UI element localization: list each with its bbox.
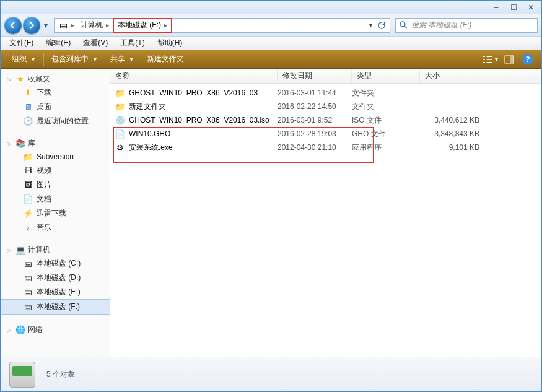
nav-libraries[interactable]: ▷ 📚 库 <box>1 137 110 150</box>
column-name[interactable]: 名称 <box>110 69 278 83</box>
help-icon: ? <box>522 54 533 65</box>
nav-videos[interactable]: 🎞视频 <box>1 163 110 178</box>
computer-icon: 💻 <box>15 245 25 255</box>
preview-pane-button[interactable] <box>500 52 518 67</box>
breadcrumb-root[interactable]: 🖴 ▸ <box>56 19 77 32</box>
include-library-button[interactable]: 包含到库中▼ <box>45 50 104 69</box>
svg-point-0 <box>400 22 405 27</box>
file-list: 📁GHOST_WIN10_PRO_X86_V2016_03 2016-03-01… <box>110 84 541 357</box>
network-icon: 🌐 <box>15 325 25 335</box>
breadcrumb-label: 本地磁盘 (F:) <box>118 20 161 30</box>
menu-file[interactable]: 文件(F) <box>4 37 38 50</box>
menu-tools[interactable]: 工具(T) <box>115 37 149 50</box>
drive-icon: 🖴 <box>58 20 68 30</box>
refresh-button[interactable] <box>377 21 386 30</box>
list-view-icon <box>482 55 492 64</box>
address-dropdown[interactable]: ▼ <box>368 22 374 28</box>
column-date[interactable]: 修改日期 <box>278 69 352 83</box>
music-icon: ♪ <box>23 223 33 233</box>
nav-drive-d[interactable]: 🖴本地磁盘 (D:) <box>1 271 110 285</box>
minimize-button[interactable]: – <box>488 2 504 12</box>
exe-icon: ⚙ <box>115 142 125 152</box>
annotation-breadcrumb: 本地磁盘 (F:) ▸ <box>113 18 172 33</box>
nav-music[interactable]: ♪音乐 <box>1 220 110 235</box>
close-button[interactable]: ✕ <box>523 2 539 12</box>
new-folder-button[interactable]: 新建文件夹 <box>141 50 190 69</box>
nav-computer[interactable]: ▷ 💻 计算机 <box>1 243 110 256</box>
recent-icon: 🕑 <box>23 116 33 126</box>
nav-downloads[interactable]: ⬇下载 <box>1 85 110 100</box>
star-icon: ★ <box>15 74 25 84</box>
nav-desktop[interactable]: 🖥桌面 <box>1 100 110 114</box>
nav-pictures[interactable]: 🖼图片 <box>1 178 110 192</box>
download-icon: ⬇ <box>23 88 33 98</box>
nav-thunder[interactable]: ⚡迅雷下载 <box>1 206 110 220</box>
file-row[interactable]: 📁新建文件夹 2016-02-22 14:50文件夹 <box>110 100 541 113</box>
document-icon: 📄 <box>23 194 33 204</box>
maximize-button[interactable]: ☐ <box>505 2 522 12</box>
breadcrumb-computer[interactable]: 计算机 ▸ <box>78 19 111 32</box>
organize-button[interactable]: 组织▼ <box>6 50 42 69</box>
help-button[interactable]: ? <box>519 52 536 67</box>
desktop-icon: 🖥 <box>23 102 33 112</box>
nav-history-dropdown[interactable]: ▾ <box>42 17 50 34</box>
breadcrumb-drive[interactable]: 本地磁盘 (F:) ▸ <box>115 19 170 32</box>
folder-icon: 📁 <box>115 102 125 111</box>
menu-help[interactable]: 帮助(H) <box>152 37 188 50</box>
collapse-icon: ▷ <box>7 327 13 333</box>
share-button[interactable]: 共享▼ <box>104 50 141 69</box>
collapse-icon: ▷ <box>7 76 13 82</box>
address-bar[interactable]: 🖴 ▸ 计算机 ▸ 本地磁盘 (F:) ▸ ▼ <box>54 18 390 33</box>
breadcrumb-label: 计算机 <box>81 20 103 30</box>
file-list-pane: 名称 修改日期 类型 大小 📁GHOST_WIN10_PRO_X86_V2016… <box>110 69 541 357</box>
search-icon <box>400 21 408 29</box>
back-button[interactable] <box>4 17 22 34</box>
navigation-row: ▾ 🖴 ▸ 计算机 ▸ 本地磁盘 (F:) ▸ ▼ 搜索 本地磁盘 (F:) <box>1 14 541 37</box>
iso-icon: 💿 <box>115 115 125 125</box>
thunder-icon: ⚡ <box>23 209 33 219</box>
view-mode-button[interactable]: ▼ <box>482 52 499 67</box>
folder-icon: 📁 <box>115 88 125 98</box>
file-row[interactable]: 📁GHOST_WIN10_PRO_X86_V2016_03 2016-03-01… <box>110 86 541 100</box>
nav-buttons: ▾ <box>4 17 50 34</box>
title-bar: – ☐ ✕ <box>1 1 541 14</box>
search-placeholder: 搜索 本地磁盘 (F:) <box>411 20 471 30</box>
menu-bar: 文件(F) 编辑(E) 查看(V) 工具(T) 帮助(H) <box>1 37 541 50</box>
menu-view[interactable]: 查看(V) <box>78 37 113 50</box>
nav-drive-c[interactable]: 🖴本地磁盘 (C:) <box>1 256 110 271</box>
file-row[interactable]: 💿GHOST_WIN10_PRO_X86_V2016_03.iso 2016-0… <box>110 113 541 127</box>
collapse-icon: ▷ <box>7 141 13 147</box>
menu-edit[interactable]: 编辑(E) <box>41 37 76 50</box>
library-icon: 📚 <box>15 139 25 149</box>
nav-drive-f[interactable]: 🖴本地磁盘 (F:) <box>1 299 110 315</box>
column-size[interactable]: 大小 <box>420 69 541 83</box>
nav-documents[interactable]: 📄文档 <box>1 192 110 206</box>
drive-icon: 🖴 <box>23 273 33 283</box>
picture-icon: 🖼 <box>23 180 33 190</box>
navigation-pane: ▷ ★ 收藏夹 ⬇下载 🖥桌面 🕑最近访问的位置 ▷ 📚 库 📁Subversi… <box>1 69 110 357</box>
nav-network[interactable]: ▷ 🌐 网络 <box>1 323 110 336</box>
drive-icon: 🖴 <box>23 302 33 312</box>
status-bar: 5 个对象 <box>1 357 541 391</box>
collapse-icon: ▷ <box>7 247 13 253</box>
drive-icon: 🖴 <box>23 287 33 297</box>
drive-large-icon <box>9 362 35 388</box>
drive-icon: 🖴 <box>23 259 33 269</box>
preview-icon <box>504 55 514 64</box>
nav-recent[interactable]: 🕑最近访问的位置 <box>1 114 110 128</box>
toolbar: 组织▼ 包含到库中▼ 共享▼ 新建文件夹 ▼ ? <box>1 50 541 69</box>
search-input[interactable]: 搜索 本地磁盘 (F:) <box>395 18 538 33</box>
file-icon: 📄 <box>115 129 125 139</box>
nav-drive-e[interactable]: 🖴本地磁盘 (E:) <box>1 285 110 299</box>
svg-rect-2 <box>510 56 514 63</box>
column-headers: 名称 修改日期 类型 大小 <box>110 69 541 84</box>
video-icon: 🎞 <box>23 166 33 176</box>
status-text: 5 个对象 <box>46 369 75 380</box>
forward-button[interactable] <box>23 17 40 34</box>
file-row[interactable]: ⚙安装系统.exe 2012-04-30 21:10应用程序9,101 KB <box>110 141 541 154</box>
file-row[interactable]: 📄WIN10.GHO 2016-02-28 19:03GHO 文件3,348,8… <box>110 127 541 141</box>
arrow-left-icon <box>9 22 17 29</box>
nav-subversion[interactable]: 📁Subversion <box>1 150 110 163</box>
nav-favorites[interactable]: ▷ ★ 收藏夹 <box>1 72 110 85</box>
column-type[interactable]: 类型 <box>352 69 420 83</box>
